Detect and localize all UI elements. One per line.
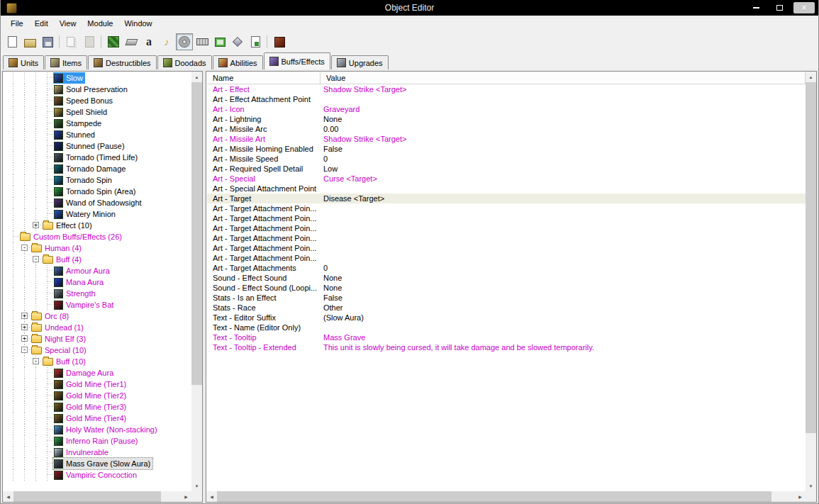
scroll-right-button[interactable]: ▶ bbox=[181, 491, 191, 502]
close-button[interactable]: × bbox=[793, 2, 815, 13]
test-map-button[interactable] bbox=[271, 33, 288, 50]
field-row[interactable]: Stats - Is an EffectFalse bbox=[207, 293, 806, 303]
tree-row[interactable]: Gold Mine (Tier1) bbox=[4, 379, 191, 390]
field-row[interactable]: Art - Missile Speed0 bbox=[207, 154, 806, 164]
tab-upgrades[interactable]: Upgrades bbox=[331, 55, 389, 69]
tree-collapse-box[interactable]: - bbox=[21, 347, 28, 353]
tree-row[interactable]: -Special (10) bbox=[4, 345, 191, 356]
tree-node[interactable]: Stunned bbox=[53, 129, 97, 140]
scrollbar-track[interactable] bbox=[217, 491, 795, 502]
tree-node[interactable]: Stampede bbox=[53, 118, 104, 129]
tab-doodads[interactable]: Doodads bbox=[157, 55, 212, 69]
tab-buffs-effects[interactable]: Buffs/Effects bbox=[264, 52, 330, 69]
tree-expand-box[interactable]: + bbox=[21, 313, 28, 319]
scroll-up-button[interactable]: ▲ bbox=[191, 72, 202, 82]
open-map-button[interactable] bbox=[21, 33, 38, 50]
tree-row[interactable]: Tornado Spin bbox=[4, 174, 191, 186]
field-row[interactable]: Art - Target Attachment Poin... bbox=[207, 213, 806, 223]
tree-expand-box[interactable]: + bbox=[21, 335, 28, 342]
field-row[interactable]: Art - LightningNone bbox=[207, 114, 806, 124]
tree-node[interactable]: Tornado Damage bbox=[53, 163, 128, 174]
tree-row[interactable]: Holy Water (Non-stacking) bbox=[4, 424, 191, 435]
tree-expand-box[interactable]: + bbox=[21, 324, 28, 330]
scroll-left-button[interactable]: ◀ bbox=[206, 491, 217, 502]
field-row[interactable]: Art - Missile Homing EnabledFalse bbox=[207, 144, 806, 154]
eraser-tool-button[interactable] bbox=[123, 33, 140, 50]
tree-node[interactable]: Damage Aura bbox=[53, 367, 116, 379]
tree-row[interactable]: Gold Mine (Tier4) bbox=[4, 413, 191, 424]
tree-node[interactable]: Spell Shield bbox=[53, 106, 109, 118]
scroll-left-button[interactable]: ◀ bbox=[3, 491, 13, 502]
tree-row[interactable]: Speed Bonus bbox=[4, 95, 191, 106]
tree-row[interactable]: +Night Elf (3) bbox=[4, 333, 191, 345]
menu-view[interactable]: View bbox=[54, 17, 82, 30]
tree-node[interactable]: Buff (4) bbox=[42, 254, 84, 265]
tree-row[interactable]: Tornado (Timed Life) bbox=[4, 152, 191, 163]
tab-abilities[interactable]: Abilities bbox=[213, 55, 263, 69]
field-row[interactable]: Art - SpecialCurse <Target> bbox=[207, 174, 806, 184]
tree-node[interactable]: Mana Aura bbox=[53, 276, 106, 288]
tree-horizontal-scrollbar[interactable]: ◀ ▶ bbox=[3, 491, 191, 502]
menu-file[interactable]: File bbox=[5, 17, 29, 30]
tree-collapse-box[interactable]: - bbox=[33, 358, 39, 364]
scrollbar-thumb[interactable] bbox=[217, 491, 771, 502]
import-manager-button[interactable] bbox=[247, 33, 264, 50]
field-row[interactable]: Sound - Effect Sound (Loopi...None bbox=[207, 283, 806, 293]
scroll-down-button[interactable]: ▼ bbox=[191, 481, 202, 491]
tree-row[interactable]: +Effect (10) bbox=[4, 220, 191, 231]
minimize-button[interactable] bbox=[747, 2, 765, 13]
tree-row[interactable]: Mass Grave (Slow Aura) bbox=[4, 458, 191, 469]
tree-row[interactable]: Gold Mine (Tier3) bbox=[4, 401, 191, 413]
menu-module[interactable]: Module bbox=[82, 17, 118, 30]
tree-node[interactable]: Gold Mine (Tier3) bbox=[53, 401, 128, 413]
tab-units[interactable]: Units bbox=[3, 55, 44, 69]
field-row[interactable]: Text - Tooltip - ExtendedThis unit is sl… bbox=[207, 342, 806, 352]
field-row[interactable]: Art - Missile ArtShadow Strike <Target> bbox=[207, 134, 806, 144]
tree-row[interactable]: Tornado Damage bbox=[4, 163, 191, 174]
field-row[interactable]: Art - Effect Attachment Point bbox=[207, 94, 806, 104]
scrollbar-track[interactable] bbox=[191, 82, 202, 481]
tree-node[interactable]: Gold Mine (Tier1) bbox=[53, 379, 128, 390]
tree-vertical-scrollbar[interactable]: ▲ ▼ bbox=[191, 72, 202, 491]
tree-node[interactable]: Tornado Spin bbox=[53, 174, 114, 186]
fields-horizontal-scrollbar[interactable]: ◀ ▶ bbox=[206, 491, 806, 502]
tree-node[interactable]: Holy Water (Non-stacking) bbox=[53, 424, 160, 435]
tree-node[interactable]: Armour Aura bbox=[53, 265, 112, 276]
object-editor-button[interactable] bbox=[176, 33, 193, 50]
tree-row[interactable]: Soul Preservation bbox=[4, 84, 191, 95]
field-row[interactable]: Art - Target Attachment Poin... bbox=[207, 233, 806, 243]
tree-node[interactable]: Custom Buffs/Effects (26) bbox=[19, 231, 124, 242]
tree-row[interactable]: Stunned bbox=[4, 129, 191, 140]
tree-row[interactable]: Tornado Spin (Area) bbox=[4, 186, 191, 197]
field-row[interactable]: Art - TargetDisease <Target> bbox=[207, 194, 806, 203]
tree-node[interactable]: Vampiric Concoction bbox=[53, 469, 139, 481]
tree-node[interactable]: Stunned (Pause) bbox=[53, 140, 127, 152]
campaign-editor-button[interactable] bbox=[194, 33, 211, 50]
sound-editor-button[interactable]: ♪ bbox=[158, 33, 175, 50]
tree-node[interactable]: Strength bbox=[53, 288, 98, 299]
tree-row[interactable]: Damage Aura bbox=[4, 367, 191, 379]
tree-node[interactable]: Slow bbox=[53, 72, 85, 84]
name-column-header[interactable]: Name bbox=[207, 72, 321, 84]
scrollbar-thumb[interactable] bbox=[191, 82, 202, 385]
object-manager-button[interactable] bbox=[229, 33, 246, 50]
tree-node[interactable]: Buff (10) bbox=[42, 356, 88, 367]
fields-vertical-scrollbar[interactable]: ▲ ▼ bbox=[806, 72, 816, 491]
field-row[interactable]: Art - Special Attachment Point bbox=[207, 184, 806, 194]
field-row[interactable]: Art - Target Attachment Poin... bbox=[207, 203, 806, 213]
tree-row[interactable]: Spell Shield bbox=[4, 106, 191, 118]
field-row[interactable]: Text - Editor Suffix(Slow Aura) bbox=[207, 313, 806, 323]
menu-edit[interactable]: Edit bbox=[29, 17, 54, 30]
terrain-editor-button[interactable] bbox=[105, 33, 122, 50]
tree-row[interactable]: Custom Buffs/Effects (26) bbox=[4, 231, 191, 242]
tree-row[interactable]: Inferno Rain (Pause) bbox=[4, 435, 191, 447]
tree-node[interactable]: Gold Mine (Tier4) bbox=[53, 413, 128, 424]
tree-row[interactable]: Mana Aura bbox=[4, 276, 191, 288]
tree-node[interactable]: Wand of Shadowsight bbox=[53, 197, 144, 208]
field-row[interactable]: Art - Target Attachments0 bbox=[207, 263, 806, 273]
new-map-button[interactable] bbox=[4, 33, 21, 50]
tree-row[interactable]: Slow bbox=[4, 72, 191, 84]
tree-row[interactable]: Stampede bbox=[4, 118, 191, 129]
field-row[interactable]: Art - Target Attachment Poin... bbox=[207, 243, 806, 253]
field-row[interactable]: Art - Target Attachment Poin... bbox=[207, 223, 806, 233]
